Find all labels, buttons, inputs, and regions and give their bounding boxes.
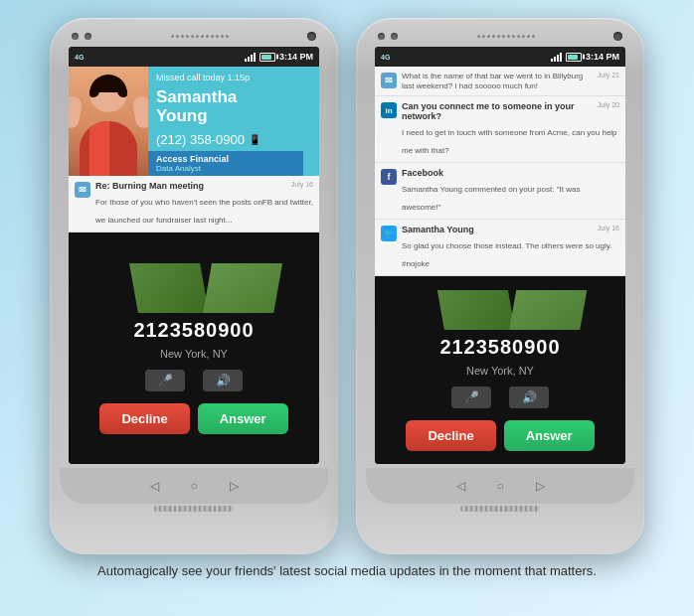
social-msg-2: I need to get in touch with someone from… (402, 128, 617, 155)
missed-call-label: Missed call today 1:15p (156, 73, 311, 82)
battery-left (260, 53, 275, 62)
social-date-2: July 20 (598, 101, 619, 108)
answer-button-right[interactable]: Answer (504, 420, 595, 451)
calling-section-left: 2123580900 New York, NY 🎤 🔊 Decline (69, 232, 319, 464)
contact-photo (69, 67, 148, 176)
phone-shell-left: 4G 3:14 PM (50, 18, 338, 554)
camera-dot-r1 (378, 33, 385, 40)
status-bar-right: 4G 3:14 PM (375, 47, 625, 67)
phone-left: 4G 3:14 PM (50, 18, 338, 554)
back-button-right[interactable]: ◁ (450, 476, 470, 496)
contact-name-line2: Young (156, 107, 311, 126)
social-item-2: in Can you connect me to someone in your… (375, 96, 625, 163)
screen-right: 4G 3:14 PM (375, 47, 625, 464)
camera-dot-2 (85, 33, 91, 40)
front-camera-right (613, 32, 622, 41)
bottom-speaker-right (460, 506, 540, 512)
speaker-button-left[interactable]: 🔊 (203, 370, 243, 391)
hand-graphic-left (69, 263, 319, 313)
speaker-icon-left: 🔊 (216, 374, 231, 387)
bottom-speaker-left (154, 506, 234, 512)
signal-bars-right (551, 52, 562, 62)
contact-info: Missed call today 1:15p Samantha Young (… (148, 67, 319, 176)
social-text-3: Facebook Samantha Young commented on you… (402, 168, 619, 214)
phone-top-left (60, 28, 328, 47)
call-controls-right: 🎤 🔊 (451, 386, 549, 408)
signal-bars-left (245, 52, 256, 62)
nav-bar-right: ◁ ○ ▷ (366, 468, 634, 504)
speaker-icon-right: 🔊 (522, 390, 537, 404)
social-text-left: Re: Burning Man meeting July 16 For thos… (95, 181, 313, 227)
phone-shell-right: 4G 3:14 PM (356, 18, 644, 554)
social-item-4: 🐦 Samantha Young July 16 So glad you cho… (375, 220, 625, 276)
mic-icon-left: 🎤 (158, 374, 173, 387)
speaker-button-right[interactable]: 🔊 (509, 386, 549, 408)
battery-right (566, 53, 582, 62)
mute-button-right[interactable]: 🎤 (451, 386, 491, 408)
linkedin-icon: in (381, 102, 397, 118)
decline-button-left[interactable]: Decline (99, 403, 189, 434)
social-msg-4: So glad you choose those instead. The ot… (402, 241, 611, 268)
calling-location-right: New York, NY (466, 365, 534, 377)
camera-dot-1 (72, 33, 79, 40)
social-sender-2: Can you connect me to someone in your ne… (402, 101, 594, 121)
caption-text: Automagically see your friends' latest s… (78, 562, 616, 580)
menu-button-left[interactable]: ▷ (224, 476, 244, 496)
network-indicator-left: 4G (75, 54, 84, 61)
social-text-2: Can you connect me to someone in your ne… (402, 101, 619, 157)
contact-card: Missed call today 1:15p Samantha Young (… (69, 67, 319, 176)
social-date-1: July 21 (598, 72, 619, 78)
social-date-left: July 16 (291, 181, 313, 188)
contact-name-line1: Samantha (156, 88, 311, 107)
network-indicator-right: 4G (381, 54, 390, 61)
call-buttons-right: Decline Answer (375, 420, 625, 451)
company-name: Access Financial (156, 154, 303, 164)
social-item-3: f Facebook Samantha Young commented on y… (375, 163, 625, 220)
speaker-grill-right (477, 35, 535, 38)
home-button-right[interactable]: ○ (490, 476, 510, 496)
twitter-icon: 🐦 (381, 226, 397, 241)
nav-bar-left: ◁ ○ ▷ (60, 468, 328, 504)
phones-container: 4G 3:14 PM (50, 18, 644, 554)
answer-button-left[interactable]: Answer (198, 403, 288, 434)
facebook-icon: f (381, 169, 397, 185)
screen-left: 4G 3:14 PM (69, 47, 319, 464)
decline-button-right[interactable]: Decline (406, 420, 495, 451)
social-msg-1: What is the name of that bar we went to … (402, 72, 594, 90)
status-bar-left: 4G 3:14 PM (69, 47, 319, 67)
front-camera-left (307, 32, 316, 41)
cameras-right (378, 33, 398, 40)
calling-number-left: 2123580900 (133, 319, 254, 342)
phone-right: 4G 3:14 PM (356, 18, 644, 554)
mute-button-left[interactable]: 🎤 (145, 370, 185, 391)
status-time-right: 3:14 PM (586, 52, 619, 62)
social-item-1: ✉ What is the name of that bar we went t… (375, 67, 625, 96)
social-message-left: For those of you who haven't seen the po… (95, 198, 313, 225)
calling-location-left: New York, NY (160, 348, 228, 360)
calling-section-right: 2123580900 New York, NY 🎤 🔊 Decline (375, 276, 625, 464)
company-role: Data Analyst (156, 164, 303, 173)
call-buttons-left: Decline Answer (69, 403, 319, 434)
speaker-grill-left (171, 35, 229, 38)
social-date-4: July 16 (598, 225, 619, 231)
home-button-left[interactable]: ○ (184, 476, 204, 496)
social-text-4: Samantha Young July 16 So glad you choos… (402, 225, 619, 270)
phone-top-right (366, 28, 634, 47)
company-bar: Access Financial Data Analyst (148, 151, 303, 176)
status-time-left: 3:14 PM (279, 52, 313, 62)
phone-icon: 📱 (249, 134, 260, 145)
camera-dot-r2 (391, 33, 398, 40)
social-sender-3: Facebook (402, 168, 443, 178)
msg-icon-1: ✉ (381, 73, 397, 88)
social-msg-3: Samantha Young commented on your post: "… (402, 185, 580, 212)
mic-icon-right: 🎤 (464, 390, 479, 404)
social-text-1: What is the name of that bar we went to … (402, 72, 619, 90)
back-button-left[interactable]: ◁ (144, 476, 164, 496)
social-sender-left: Re: Burning Man meeting (95, 181, 204, 191)
hand-graphic-right (375, 290, 625, 330)
call-controls-left: 🎤 🔊 (145, 370, 243, 391)
social-sender-4: Samantha Young (402, 225, 474, 234)
message-icon: ✉ (75, 182, 90, 198)
menu-button-right[interactable]: ▷ (530, 476, 550, 496)
calling-number-right: 2123580900 (439, 336, 560, 359)
